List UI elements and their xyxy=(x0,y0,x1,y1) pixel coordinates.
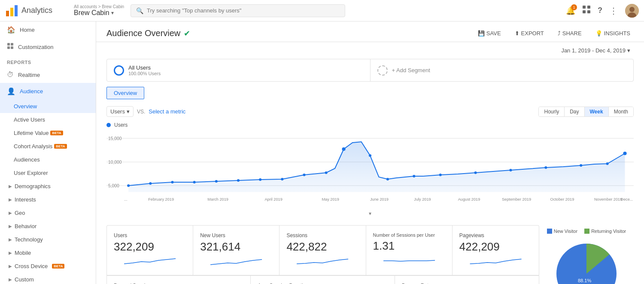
stat-new-users: New Users 321,614 xyxy=(193,226,279,275)
sidebar-item-customization[interactable]: Customization xyxy=(0,38,96,55)
line-chart: 15,000 10,000 5,000 xyxy=(106,130,634,207)
svg-rect-5 xyxy=(583,10,586,13)
chart-expand-bar[interactable]: ▾ xyxy=(96,207,644,220)
geo-label: Geo xyxy=(15,210,25,216)
chart-legend: Users xyxy=(96,120,644,130)
sidebar-item-audience[interactable]: 👤 Audience xyxy=(0,83,96,100)
help-icon[interactable]: ? xyxy=(598,6,602,15)
svg-rect-0 xyxy=(6,11,9,16)
segment-1-name: All Users xyxy=(128,64,161,71)
custom-arrow-icon: ▶ xyxy=(9,277,12,282)
save-button[interactable]: 💾 SAVE xyxy=(474,28,504,38)
sidebar-item-mobile[interactable]: ▶ Mobile xyxy=(0,246,96,260)
sidebar-item-geo[interactable]: ▶ Geo xyxy=(0,206,96,220)
sidebar-item-audiences[interactable]: Audiences xyxy=(0,153,96,166)
hourly-button[interactable]: Hourly xyxy=(539,107,564,116)
metric-dropdown-icon: ▾ xyxy=(127,108,130,115)
svg-point-28 xyxy=(281,178,283,180)
sidebar-item-active-users[interactable]: Active Users xyxy=(0,113,96,126)
lifetime-value-beta-badge: BETA xyxy=(50,131,63,135)
stat-sessions-per-user: Number of Sessions per User 1.31 xyxy=(366,226,453,275)
more-options-icon[interactable]: ⋮ xyxy=(609,6,618,16)
breadcrumb-current[interactable]: Brew Cabin ▾ xyxy=(74,9,125,17)
sidebar-item-user-explorer[interactable]: User Explorer xyxy=(0,166,96,180)
demographics-arrow-icon: ▶ xyxy=(9,184,12,189)
active-users-label: Active Users xyxy=(14,116,45,123)
share-icon: ⤴ xyxy=(558,30,561,37)
date-range-selector[interactable]: Jan 1, 2019 - Dec 4, 2019 ▾ xyxy=(558,46,634,55)
cross-device-arrow-icon: ▶ xyxy=(9,264,12,269)
svg-point-34 xyxy=(413,175,415,177)
stat-users: Users 322,209 xyxy=(107,226,193,275)
search-bar[interactable]: 🔍 xyxy=(131,4,345,17)
legend-label: Users xyxy=(114,122,128,128)
svg-point-33 xyxy=(386,178,389,180)
week-button[interactable]: Week xyxy=(584,107,608,116)
svg-rect-4 xyxy=(587,6,590,9)
sidebar-item-behavior[interactable]: ▶ Behavior xyxy=(0,220,96,233)
demographics-label: Demographics xyxy=(15,183,51,189)
save-icon: 💾 xyxy=(478,30,485,37)
sidebar-item-demographics[interactable]: ▶ Demographics xyxy=(0,180,96,193)
sidebar-item-home[interactable]: 🏠 Home xyxy=(0,21,96,38)
svg-point-36 xyxy=(474,171,477,174)
lifetime-value-label: Lifetime Value xyxy=(14,130,49,136)
new-visitor-color xyxy=(547,229,552,234)
svg-rect-13 xyxy=(11,46,13,49)
stats-section: Users 322,209 New Users 321,614 xyxy=(106,225,634,284)
sidebar-item-custom[interactable]: ▶ Custom xyxy=(0,273,96,284)
svg-text:November 2019: November 2019 xyxy=(594,197,622,202)
sidebar-item-cohort-analysis[interactable]: Cohort Analysis BETA xyxy=(0,140,96,153)
stat-sessions-per-user-sparkline xyxy=(373,254,445,267)
stat-sessions-sparkline xyxy=(286,255,358,268)
sidebar-item-technology[interactable]: ▶ Technology xyxy=(0,233,96,246)
overview-label: Overview xyxy=(14,103,37,110)
notification-icon[interactable]: 🔔 1 xyxy=(566,6,575,15)
pie-legend-new-visitor: New Visitor xyxy=(547,229,577,234)
day-button[interactable]: Day xyxy=(564,107,584,116)
sidebar-item-interests[interactable]: ▶ Interests xyxy=(0,193,96,206)
reports-section-header: REPORTS xyxy=(0,55,96,67)
search-icon: 🔍 xyxy=(136,7,143,14)
svg-point-8 xyxy=(629,7,635,12)
technology-label: Technology xyxy=(15,236,43,243)
metric-dropdown[interactable]: Users ▾ xyxy=(106,106,134,117)
sidebar-item-lifetime-value[interactable]: Lifetime Value BETA xyxy=(0,126,96,140)
export-button[interactable]: ⬆ EXPORT xyxy=(511,28,547,38)
page-title: Audience Overview xyxy=(106,28,180,38)
avatar[interactable] xyxy=(625,4,639,18)
expand-icon: ▾ xyxy=(369,211,371,217)
month-button[interactable]: Month xyxy=(608,107,633,116)
svg-text:May 2019: May 2019 xyxy=(322,197,339,202)
header-actions: 💾 SAVE ⬆ EXPORT ⤴ SHARE 💡 INSIGHTS xyxy=(474,28,634,38)
svg-point-24 xyxy=(193,181,196,183)
sidebar-item-home-label: Home xyxy=(20,27,35,33)
search-input[interactable] xyxy=(147,7,340,14)
insights-button[interactable]: 💡 INSIGHTS xyxy=(592,28,634,38)
audience-icon: 👤 xyxy=(7,87,15,95)
svg-point-25 xyxy=(215,180,218,183)
overview-tab-button[interactable]: Overview xyxy=(106,87,144,99)
segment-2[interactable]: + Add Segment xyxy=(371,60,634,81)
insights-icon: 💡 xyxy=(595,30,602,37)
current-account-name: Brew Cabin xyxy=(74,9,109,17)
analytics-logo-icon xyxy=(5,4,18,17)
segment-1[interactable]: All Users 100.00% Users xyxy=(107,59,371,81)
returning-visitor-color xyxy=(584,229,589,234)
share-button[interactable]: ⤴ SHARE xyxy=(554,28,585,38)
stats-cards-container: Users 322,209 New Users 321,614 xyxy=(106,225,539,284)
time-period-buttons: Hourly Day Week Month xyxy=(538,107,634,117)
svg-point-37 xyxy=(509,169,512,171)
customization-icon xyxy=(7,43,14,51)
svg-rect-12 xyxy=(7,46,10,49)
svg-point-30 xyxy=(325,171,328,174)
svg-point-22 xyxy=(149,182,152,185)
svg-text:Dece...: Dece... xyxy=(620,197,633,202)
stat-sessions: Sessions 422,822 xyxy=(279,226,366,275)
apps-icon[interactable] xyxy=(582,5,591,16)
sidebar-item-overview[interactable]: Overview xyxy=(0,100,96,113)
sidebar-item-cross-device[interactable]: ▶ Cross Device BETA xyxy=(0,260,96,273)
mobile-label: Mobile xyxy=(15,250,31,256)
select-metric-link[interactable]: Select a metric xyxy=(149,108,185,115)
sidebar-item-realtime[interactable]: ⏱ Realtime xyxy=(0,67,96,83)
